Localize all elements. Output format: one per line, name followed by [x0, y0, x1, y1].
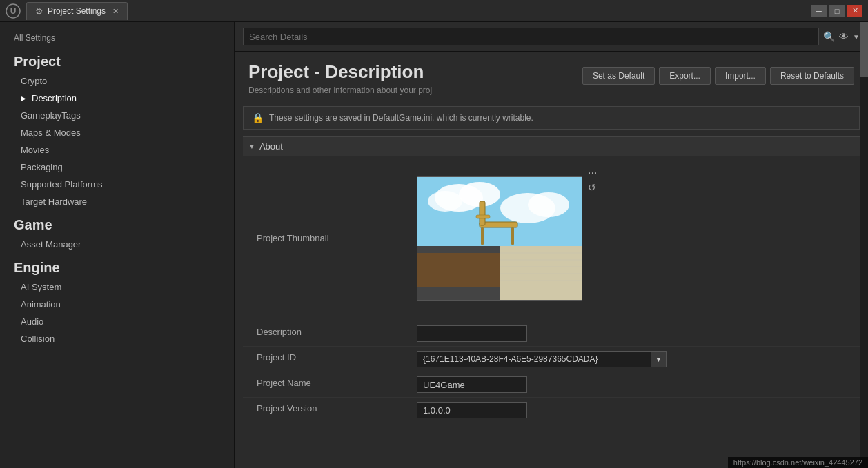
page-title-area: Project - Description Descriptions and o… [235, 52, 868, 99]
info-bar-text: These settings are saved in DefaultGame.… [269, 113, 533, 123]
scrollbar-thumb[interactable] [860, 22, 868, 77]
sidebar-item-animation[interactable]: Animation [0, 296, 234, 313]
thumbnail-svg [417, 177, 582, 301]
svg-rect-19 [476, 215, 490, 218]
eye-icon[interactable]: 👁 [839, 31, 849, 42]
project-settings-tab[interactable]: ⚙ Project Settings ✕ [26, 2, 128, 20]
tab-close-icon[interactable]: ✕ [112, 7, 119, 16]
about-section-header[interactable]: ▼ About [243, 136, 860, 156]
search-input[interactable] [243, 28, 819, 45]
titlebar-controls: ─ □ ✕ [811, 5, 862, 17]
thumbnail-refresh-icon[interactable]: ↺ [588, 182, 597, 193]
info-bar: 🔒 These settings are saved in DefaultGam… [243, 106, 860, 130]
sidebar-item-maps-modes[interactable]: Maps & Modes [0, 124, 234, 141]
set-default-button[interactable]: Set as Default [582, 67, 655, 85]
export-button[interactable]: Export... [659, 67, 711, 85]
thumbnail-row: Project Thumbnail [243, 156, 860, 321]
project-id-input[interactable] [417, 351, 651, 367]
thumbnail-label: Project Thumbnail [243, 156, 408, 321]
arrow-icon: ▶ [21, 94, 26, 102]
sidebar-item-asset-manager[interactable]: Asset Manager [0, 236, 234, 253]
form-row-project-version: Project Version [243, 398, 860, 423]
minimize-button[interactable]: ─ [811, 5, 827, 17]
sidebar: All Settings Project Crypto ▶ Descriptio… [0, 22, 235, 468]
sidebar-section-game: Game [0, 210, 234, 236]
svg-point-7 [528, 192, 569, 217]
tab-gear-icon: ⚙ [35, 6, 43, 17]
sidebar-item-packaging[interactable]: Packaging [0, 159, 234, 176]
content-area: 🔍 👁 ▼ Project - Description Descriptions… [235, 22, 868, 468]
description-value [408, 321, 860, 346]
project-thumbnail [417, 176, 582, 301]
search-icon: 🔍 [823, 31, 835, 42]
sidebar-item-label: Description [32, 93, 77, 103]
form-row-project-name: Project Name [243, 372, 860, 398]
sidebar-item-label: Maps & Modes [21, 128, 81, 138]
thumbnail-more-icon[interactable]: ··· [588, 167, 597, 179]
sidebar-item-label: Audio [21, 316, 43, 327]
project-id-dropdown-button[interactable]: ▼ [651, 351, 667, 367]
chevron-down-icon[interactable]: ▼ [853, 33, 860, 41]
sidebar-item-label: Animation [21, 299, 61, 309]
sidebar-item-label: Packaging [21, 162, 63, 172]
sidebar-item-gameplay-tags[interactable]: GameplayTags [0, 107, 234, 124]
url-bar: https://blog.csdn.net/weixin_42445272 [728, 457, 868, 468]
section-title-label: About [259, 141, 283, 152]
sidebar-item-label: Supported Platforms [21, 179, 103, 190]
sidebar-item-label: Target Hardware [21, 196, 87, 207]
project-id-label: Project ID [243, 347, 408, 368]
project-version-value [408, 398, 860, 423]
project-version-label: Project Version [243, 398, 408, 419]
svg-text:U: U [10, 6, 17, 16]
project-version-input[interactable] [417, 402, 527, 418]
maximize-button[interactable]: □ [829, 5, 845, 17]
lock-icon: 🔒 [252, 112, 264, 123]
form-row-project-id: Project ID ▼ [243, 347, 860, 372]
svg-point-5 [428, 191, 462, 212]
reset-to-defaults-button[interactable]: Reset to Defaults [770, 67, 854, 85]
close-button[interactable]: ✕ [847, 5, 862, 17]
sidebar-section-engine: Engine [0, 253, 234, 278]
id-field-container: ▼ [417, 351, 667, 367]
svg-rect-16 [480, 201, 485, 225]
ue-logo-icon: U [6, 3, 21, 19]
sidebar-item-all-settings[interactable]: All Settings [0, 29, 234, 47]
sidebar-item-label: Collision [21, 334, 55, 344]
description-label: Description [243, 321, 408, 343]
svg-rect-17 [481, 227, 484, 245]
svg-rect-18 [511, 227, 514, 245]
sidebar-item-movies[interactable]: Movies [0, 141, 234, 159]
page-subtitle: Descriptions and other information about… [248, 85, 432, 95]
titlebar-left: U ⚙ Project Settings ✕ [6, 2, 128, 20]
sidebar-item-label: Movies [21, 145, 49, 155]
sidebar-item-audio[interactable]: Audio [0, 313, 234, 330]
sidebar-section-project: Project [0, 47, 234, 72]
form-row-description: Description [243, 321, 860, 347]
search-bar: 🔍 👁 ▼ [235, 22, 868, 52]
scrollbar-track [860, 22, 868, 468]
svg-rect-9 [500, 246, 582, 301]
description-input[interactable] [417, 325, 527, 342]
page-title: Project - Description [248, 61, 432, 83]
sidebar-item-description[interactable]: ▶ Description [0, 90, 234, 107]
project-name-input[interactable] [417, 376, 527, 393]
sidebar-item-collision[interactable]: Collision [0, 330, 234, 347]
thumbnail-area: ··· ↺ [408, 156, 860, 321]
main-layout: All Settings Project Crypto ▶ Descriptio… [0, 22, 868, 468]
sidebar-item-label: Crypto [21, 76, 47, 86]
sidebar-item-crypto[interactable]: Crypto [0, 72, 234, 90]
project-name-label: Project Name [243, 372, 408, 394]
sidebar-item-label: Asset Manager [21, 239, 81, 250]
sidebar-item-target-hardware[interactable]: Target Hardware [0, 193, 234, 210]
sidebar-item-supported-platforms[interactable]: Supported Platforms [0, 176, 234, 193]
import-button[interactable]: Import... [715, 67, 766, 85]
sidebar-item-ai-system[interactable]: AI System [0, 278, 234, 296]
project-name-value [408, 372, 860, 397]
thumbnail-actions: ··· ↺ [588, 167, 597, 193]
tab-label: Project Settings [48, 6, 106, 16]
project-id-value: ▼ [408, 347, 860, 372]
titlebar: U ⚙ Project Settings ✕ ─ □ ✕ [0, 0, 868, 22]
sidebar-item-label: AI System [21, 282, 61, 292]
collapse-icon: ▼ [248, 143, 255, 150]
about-section: ▼ About Project Thumbnail [243, 136, 860, 423]
